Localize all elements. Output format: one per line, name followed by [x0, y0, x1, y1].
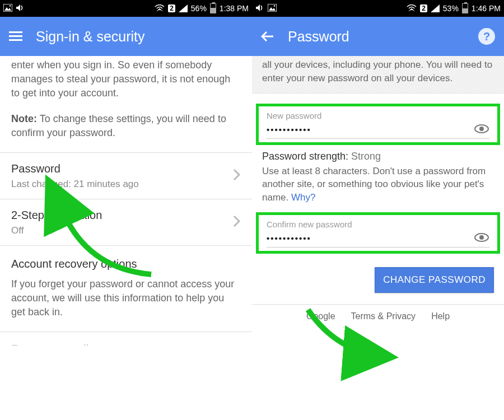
strength-label: Password strength: [262, 151, 351, 162]
svg-rect-6 [9, 35, 22, 37]
app-bar: Password ? [252, 17, 504, 56]
info-banner: all your devices, including your phone. … [252, 56, 504, 94]
screen-signin-security: 2 56% 1:38 PM Sign-in & security xxxxxxx… [0, 0, 252, 420]
footer-terms[interactable]: Terms & Privacy [351, 311, 416, 321]
image-icon [3, 4, 12, 13]
svg-point-2 [10, 5, 11, 7]
footer-links: Google Terms & Privacy Help [252, 304, 504, 328]
status-bar: 2 56% 1:38 PM [0, 0, 252, 17]
page-title: Password [288, 29, 465, 45]
recovery-title: Account recovery options [11, 246, 241, 277]
change-password-button[interactable]: CHANGE PASSWORD [375, 267, 494, 293]
volume-icon [16, 4, 25, 13]
row-recovery-email[interactable]: Recovery email [11, 332, 241, 346]
clock: 1:38 PM [220, 4, 249, 13]
footer-help[interactable]: Help [431, 311, 450, 321]
content: xxxxxxxxxx xxx xxxx xx xxxx xxxxx xxx xx… [0, 53, 252, 346]
row-password-label: Password [11, 161, 139, 176]
wifi-icon [155, 4, 165, 12]
help-icon[interactable]: ? [478, 28, 495, 45]
wifi-icon [407, 4, 417, 12]
battery-percent: 53% [443, 4, 459, 13]
battery-percent: 56% [191, 4, 207, 13]
recovery-text: If you forget your password or cannot ac… [11, 277, 241, 332]
intro-text: enter when you sign in. So even if someb… [11, 58, 241, 101]
row-two-step-label: 2-Step Verification [11, 207, 102, 223]
image-icon [268, 4, 277, 13]
new-password-field[interactable]: New password ••••••••••• [256, 104, 500, 145]
row-two-step-sub: Off [11, 224, 102, 237]
password-strength: Password strength: Strong [252, 151, 504, 162]
field-label: New password [267, 111, 489, 120]
row-password-sub: Last changed: 21 minutes ago [11, 178, 139, 191]
battery-icon [210, 3, 216, 13]
svg-rect-5 [9, 31, 22, 33]
signal-icon [179, 4, 188, 12]
svg-marker-3 [16, 4, 20, 11]
back-icon[interactable] [261, 31, 274, 42]
sim-badge: 2 [168, 4, 175, 12]
confirm-password-field[interactable]: Confirm new password ••••••••••• [256, 212, 500, 254]
footer-google[interactable]: Google [306, 311, 335, 321]
row-two-step[interactable]: 2-Step Verification Off [11, 199, 241, 245]
screen-password: 2 53% 1:46 PM Password ? all your device… [252, 0, 504, 420]
password-value[interactable]: ••••••••••• [267, 125, 311, 134]
clock: 1:46 PM [472, 4, 501, 13]
svg-marker-9 [256, 4, 260, 11]
strength-value: Strong [351, 151, 381, 162]
svg-marker-13 [431, 4, 440, 12]
sim-badge: 2 [420, 4, 427, 12]
status-bar: 2 53% 1:46 PM [252, 0, 504, 17]
info-banner-text: all your devices, including your phone. … [262, 56, 494, 85]
visibility-toggle-icon[interactable] [474, 124, 489, 136]
note-label: Note: [11, 113, 37, 124]
menu-icon[interactable] [9, 31, 22, 41]
chevron-right-icon [233, 166, 241, 186]
svg-point-18 [479, 235, 484, 240]
svg-point-16 [479, 127, 484, 131]
svg-rect-7 [9, 39, 22, 41]
password-hint: Use at least 8 characters. Don't use a p… [252, 162, 504, 204]
svg-marker-4 [179, 4, 188, 12]
svg-marker-1 [4, 7, 11, 11]
field-label: Confirm new password [267, 220, 489, 229]
why-link[interactable]: Why? [291, 192, 315, 203]
chevron-right-icon [233, 212, 241, 232]
volume-icon [255, 4, 264, 13]
row-password[interactable]: Password Last changed: 21 minutes ago [11, 153, 241, 199]
signal-icon [431, 4, 440, 12]
svg-marker-11 [269, 7, 276, 11]
password-value[interactable]: ••••••••••• [267, 234, 311, 243]
svg-point-12 [274, 5, 276, 7]
battery-icon [462, 3, 468, 13]
note-text: To change these settings, you will need … [11, 113, 226, 138]
page-title: Sign-in & security [36, 29, 243, 45]
visibility-toggle-icon[interactable] [474, 232, 489, 245]
